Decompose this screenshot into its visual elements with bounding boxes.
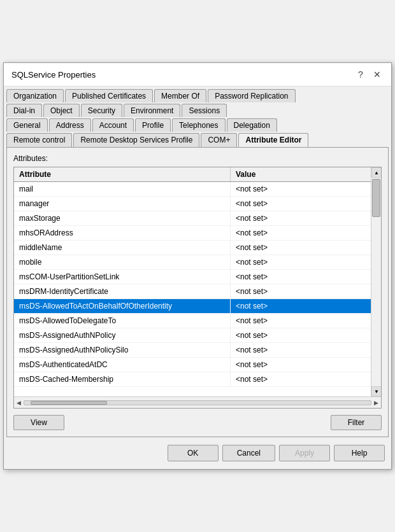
attribute-cell: msDS-AuthenticatedAtDC xyxy=(14,358,231,372)
attribute-cell: manager xyxy=(14,197,231,211)
tab-telephones[interactable]: Telephones xyxy=(172,118,225,132)
value-cell: <not set> xyxy=(231,299,381,313)
table-row[interactable]: manager<not set> xyxy=(14,197,381,211)
value-cell: <not set> xyxy=(231,182,381,196)
value-cell: <not set> xyxy=(231,226,381,240)
attributes-label: Attributes: xyxy=(13,154,382,163)
view-button[interactable]: View xyxy=(13,415,64,430)
table-row[interactable]: msDS-AssignedAuthNPolicySilo<not set> xyxy=(14,343,381,358)
value-cell: <not set> xyxy=(231,328,381,342)
attribute-cell: msDS-Cached-Membership xyxy=(14,372,231,386)
tab-row-3: General Address Account Profile Telephon… xyxy=(6,118,389,132)
horizontal-scrollbar[interactable]: ◀ ▶ xyxy=(14,396,381,408)
table-row[interactable]: msDRM-IdentityCertificate<not set> xyxy=(14,284,381,299)
tab-password-replication[interactable]: Password Replication xyxy=(208,89,295,102)
scroll-right-btn[interactable]: ▶ xyxy=(374,400,378,406)
attribute-cell: msDS-AllowedToActOnBehalfOfOtherIdentity xyxy=(14,299,231,313)
attribute-cell: msDS-AssignedAuthNPolicy xyxy=(14,328,231,342)
tab-general[interactable]: General xyxy=(6,118,48,132)
attribute-cell: mobile xyxy=(14,255,231,269)
value-cell: <not set> xyxy=(231,241,381,255)
title-bar-controls: ? ✕ xyxy=(354,68,384,81)
filter-button[interactable]: Filter xyxy=(331,415,382,430)
col-header-value: Value xyxy=(231,167,381,181)
value-cell: <not set> xyxy=(231,314,381,328)
attributes-table: Attribute Value mail<not set>manager<not… xyxy=(13,167,382,409)
table-body[interactable]: mail<not set>manager<not set>maxStorage<… xyxy=(14,182,381,408)
cancel-button[interactable]: Cancel xyxy=(222,445,275,461)
col-header-attribute: Attribute xyxy=(14,167,231,181)
tab-row-1: Organization Published Certificates Memb… xyxy=(6,89,389,102)
table-action-buttons: View Filter xyxy=(13,415,382,430)
attribute-cell: msDRM-IdentityCertificate xyxy=(14,284,231,298)
tab-row-4: Remote control Remote Desktop Services P… xyxy=(6,133,389,147)
table-row[interactable]: maxStorage<not set> xyxy=(14,211,381,226)
value-cell: <not set> xyxy=(231,255,381,269)
table-row[interactable]: msDS-AllowedToActOnBehalfOfOtherIdentity… xyxy=(14,299,381,314)
scroll-track[interactable] xyxy=(371,178,381,386)
value-cell: <not set> xyxy=(231,372,381,386)
window-title: SQLService Properties xyxy=(11,70,96,80)
attribute-cell: maxStorage xyxy=(14,211,231,225)
bottom-buttons: OK Cancel Apply Help xyxy=(4,440,391,469)
tab-dial-in[interactable]: Dial-in xyxy=(6,104,42,117)
tabs-container: Organization Published Certificates Memb… xyxy=(4,87,391,147)
close-button[interactable]: ✕ xyxy=(371,68,384,81)
tab-row-2: Dial-in Object Security Environment Sess… xyxy=(6,104,389,117)
table-row[interactable]: msDS-AllowedToDelegateTo<not set> xyxy=(14,314,381,328)
help-dialog-button[interactable]: Help xyxy=(334,445,385,461)
table-header: Attribute Value xyxy=(14,167,381,182)
value-cell: <not set> xyxy=(231,211,381,225)
attribute-cell: middleName xyxy=(14,241,231,255)
tab-com-plus[interactable]: COM+ xyxy=(201,133,237,147)
tab-sessions[interactable]: Sessions xyxy=(182,104,227,117)
attribute-cell: msDS-AllowedToDelegateTo xyxy=(14,314,231,328)
h-scroll-thumb[interactable] xyxy=(31,401,107,405)
table-row[interactable]: msDS-AssignedAuthNPolicy<not set> xyxy=(14,328,381,343)
tab-account[interactable]: Account xyxy=(92,118,134,132)
value-cell: <not set> xyxy=(231,284,381,298)
apply-button[interactable]: Apply xyxy=(279,445,330,461)
tab-published-certificates[interactable]: Published Certificates xyxy=(65,89,153,102)
tab-attribute-editor[interactable]: Attribute Editor xyxy=(238,133,308,147)
table-row[interactable]: msCOM-UserPartitionSetLink<not set> xyxy=(14,270,381,284)
tab-security[interactable]: Security xyxy=(81,104,122,117)
tab-object[interactable]: Object xyxy=(43,104,80,117)
table-row[interactable]: mhsORAddress<not set> xyxy=(14,226,381,241)
content-area: Attributes: Attribute Value mail<not set… xyxy=(6,147,389,437)
table-row[interactable]: mail<not set> xyxy=(14,182,381,197)
attribute-cell: msCOM-UserPartitionSetLink xyxy=(14,270,231,284)
dialog-window: SQLService Properties ? ✕ Organization P… xyxy=(3,62,392,470)
scroll-thumb[interactable] xyxy=(372,179,380,217)
value-cell: <not set> xyxy=(231,197,381,211)
value-cell: <not set> xyxy=(231,270,381,284)
title-bar: SQLService Properties ? ✕ xyxy=(4,63,391,87)
tab-delegation[interactable]: Delegation xyxy=(227,118,277,132)
tab-remote-desktop-services-profile[interactable]: Remote Desktop Services Profile xyxy=(73,133,199,147)
tab-organization[interactable]: Organization xyxy=(6,89,64,102)
tab-address[interactable]: Address xyxy=(49,118,91,132)
help-button[interactable]: ? xyxy=(354,68,367,81)
attribute-cell: mail xyxy=(14,182,231,196)
scroll-left-btn[interactable]: ◀ xyxy=(17,400,21,406)
tab-remote-control[interactable]: Remote control xyxy=(6,133,72,147)
value-cell: <not set> xyxy=(231,343,381,357)
value-cell: <not set> xyxy=(231,358,381,372)
tab-profile[interactable]: Profile xyxy=(135,118,171,132)
ok-button[interactable]: OK xyxy=(168,445,219,461)
attribute-cell: mhsORAddress xyxy=(14,226,231,240)
table-row[interactable]: middleName<not set> xyxy=(14,241,381,255)
vertical-scrollbar[interactable]: ▲ ▼ xyxy=(371,167,381,396)
table-row[interactable]: msDS-Cached-Membership<not set> xyxy=(14,372,381,387)
scroll-up-btn[interactable]: ▲ xyxy=(371,167,382,178)
tab-environment[interactable]: Environment xyxy=(124,104,180,117)
table-row[interactable]: mobile<not set> xyxy=(14,255,381,270)
scroll-down-btn[interactable]: ▼ xyxy=(371,386,382,396)
tab-member-of[interactable]: Member Of xyxy=(154,89,206,102)
table-row[interactable]: msDS-AuthenticatedAtDC<not set> xyxy=(14,358,381,372)
attribute-cell: msDS-AssignedAuthNPolicySilo xyxy=(14,343,231,357)
h-scroll-track[interactable] xyxy=(24,400,371,405)
